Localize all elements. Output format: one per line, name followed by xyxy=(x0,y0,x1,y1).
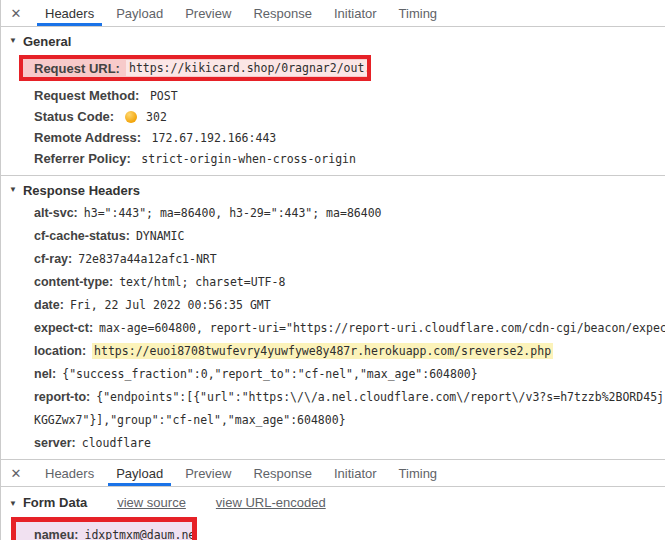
header-value-highlighted: https://euoi8708twufevry4yuwfywe8y487r.h… xyxy=(92,343,553,359)
remote-address-row: Remote Address: 172.67.192.166:443 xyxy=(1,127,665,148)
header-value: {"endpoints":[{"url":"https:\/\/a.nel.cl… xyxy=(34,390,664,427)
tab-payload-bottom[interactable]: Payload xyxy=(114,460,165,486)
referrer-policy-row: Referrer Policy: strict-origin-when-cros… xyxy=(1,148,665,169)
response-headers-section-title: Response Headers xyxy=(23,183,140,198)
header-name: nel: xyxy=(34,367,56,381)
request-url-label: Request URL: xyxy=(34,61,120,76)
header-value: Fri, 22 Jul 2022 00:56:35 GMT xyxy=(70,298,271,312)
header-row-alt-svc: alt-svc:h3=":443"; ma=86400, h3-29=":443… xyxy=(1,201,665,224)
close-icon[interactable]: ✕ xyxy=(10,0,22,27)
form-data-section: ▼ Form Data view source view URL-encoded… xyxy=(1,487,665,540)
status-redirect-dot-icon xyxy=(125,111,137,123)
header-row-cf-ray: cf-ray:72e837a44a12afc1-NRT xyxy=(1,247,665,270)
referrer-policy-value: strict-origin-when-cross-origin xyxy=(141,152,356,166)
header-name: location: xyxy=(34,344,86,358)
referrer-policy-label: Referrer Policy: xyxy=(34,151,131,166)
tab-preview-top[interactable]: Preview xyxy=(183,0,233,26)
headers-tabbar: ✕ Headers Payload Preview Response Initi… xyxy=(1,0,665,27)
header-row-cf-cache-status: cf-cache-status:DYNAMIC xyxy=(1,224,665,247)
request-method-value: POST xyxy=(150,89,178,103)
tab-response-bottom[interactable]: Response xyxy=(251,460,314,486)
header-row-server: server:cloudflare xyxy=(1,431,665,454)
header-row-expect-ct: expect-ct:max-age=604800, report-uri="ht… xyxy=(1,316,665,339)
header-name: report-to: xyxy=(34,390,90,404)
header-name: cf-cache-status: xyxy=(34,229,130,243)
header-name: date: xyxy=(34,298,64,312)
tab-payload-top[interactable]: Payload xyxy=(114,0,165,26)
header-row-nel: nel:{"success_fraction":0,"report_to":"c… xyxy=(1,362,665,385)
header-row-location: location:https://euoi8708twufevry4yuwfyw… xyxy=(1,339,665,362)
network-request-detail-panel: ✕ Headers Payload Preview Response Initi… xyxy=(0,0,665,540)
header-row-date: date:Fri, 22 Jul 2022 00:56:35 GMT xyxy=(1,293,665,316)
payload-tabbar: ✕ Headers Payload Preview Response Initi… xyxy=(1,460,665,487)
header-row-content-type: content-type:text/html; charset=UTF-8 xyxy=(1,270,665,293)
request-url-annotation-box: Request URL: https://kikicard.shop/0ragn… xyxy=(19,55,371,81)
tab-preview-bottom[interactable]: Preview xyxy=(183,460,233,486)
header-name: expect-ct: xyxy=(34,321,93,335)
status-code-label: Status Code: xyxy=(34,109,114,124)
header-name: alt-svc: xyxy=(34,206,78,220)
header-value: max-age=604800, report-uri="https://repo… xyxy=(99,321,665,335)
remote-address-value: 172.67.192.166:443 xyxy=(152,131,277,145)
header-value: text/html; charset=UTF-8 xyxy=(119,275,285,289)
general-section-title: General xyxy=(23,34,71,49)
header-row-report-to: report-to:{"endpoints":[{"url":"https:\/… xyxy=(1,385,665,431)
request-method-label: Request Method: xyxy=(34,88,139,103)
general-section-header[interactable]: ▼ General xyxy=(1,27,665,52)
general-section: ▼ General Request URL: https://kikicard.… xyxy=(1,27,665,176)
view-source-link[interactable]: view source xyxy=(117,495,186,510)
form-data-section-title[interactable]: Form Data xyxy=(23,495,87,510)
header-name: content-type: xyxy=(34,275,113,289)
tab-timing-top[interactable]: Timing xyxy=(397,0,440,26)
tab-response-top[interactable]: Response xyxy=(251,0,314,26)
response-headers-section-header[interactable]: ▼ Response Headers xyxy=(1,176,665,201)
tab-initiator-bottom[interactable]: Initiator xyxy=(332,460,379,486)
header-value: DYNAMIC xyxy=(136,229,184,243)
form-field-name: nameu: xyxy=(34,528,78,540)
header-value: 72e837a44a12afc1-NRT xyxy=(78,252,216,266)
tab-headers-bottom[interactable]: Headers xyxy=(43,460,96,486)
view-url-encoded-link[interactable]: view URL-encoded xyxy=(216,495,326,510)
chevron-down-icon: ▼ xyxy=(9,185,17,194)
tab-timing-bottom[interactable]: Timing xyxy=(397,460,440,486)
response-headers-section: ▼ Response Headers alt-svc:h3=":443"; ma… xyxy=(1,176,665,460)
status-code-row: Status Code: 302 xyxy=(1,106,665,127)
header-name: cf-ray: xyxy=(34,252,72,266)
tab-headers-top[interactable]: Headers xyxy=(43,0,96,26)
form-data-annotation-box: nameu:idxptmxm@daum.net namep:qwer1234 xyxy=(11,517,197,540)
header-name: server: xyxy=(34,436,76,450)
request-url-value: https://kikicard.shop/0ragnar2/out.php xyxy=(126,60,371,76)
chevron-down-icon: ▼ xyxy=(9,36,17,45)
remote-address-label: Remote Address: xyxy=(34,130,141,145)
header-value: {"success_fraction":0,"report_to":"cf-ne… xyxy=(62,367,477,381)
close-icon[interactable]: ✕ xyxy=(10,460,22,487)
header-value: cloudflare xyxy=(82,436,151,450)
tab-initiator-top[interactable]: Initiator xyxy=(332,0,379,26)
form-field-value: idxptmxm@daum.net xyxy=(84,528,192,540)
form-data-row-nameu: nameu:idxptmxm@daum.net xyxy=(34,524,192,540)
request-method-row: Request Method: POST xyxy=(1,85,665,106)
chevron-down-icon: ▼ xyxy=(9,499,17,508)
header-value: h3=":443"; ma=86400, h3-29=":443"; ma=86… xyxy=(84,206,382,220)
status-code-value: 302 xyxy=(146,110,167,124)
